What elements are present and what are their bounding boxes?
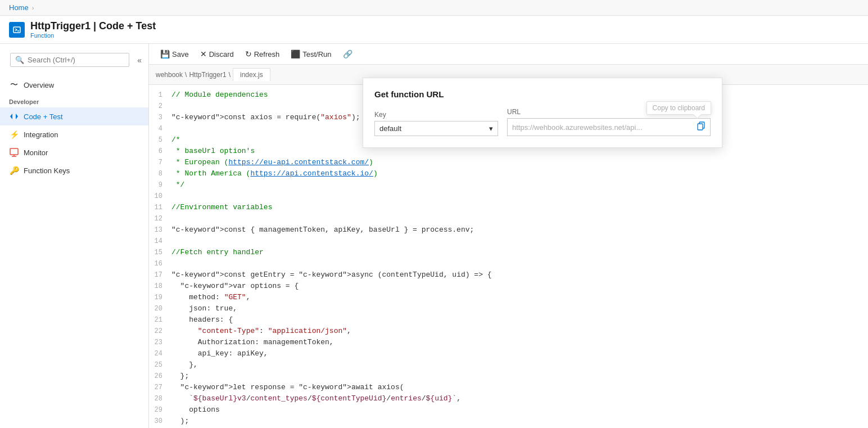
path-part-1: wehbook [156, 71, 183, 79]
line-number: 2 [149, 101, 171, 111]
get-url-icon: 🔗 [343, 49, 352, 58]
sidebar-item-code-test-label: Code + Test [24, 112, 63, 121]
get-function-url-button[interactable]: 🔗 [338, 47, 357, 61]
refresh-icon: ↻ [245, 49, 252, 58]
sidebar-item-function-keys[interactable]: 🔑 Function Keys [0, 161, 148, 179]
url-field: URL https://wehbook.azurewebsites.net/ap… [507, 108, 711, 136]
code-line: 25 }, [149, 359, 868, 371]
line-content: * European (https://eu-api.contentstack.… [171, 157, 868, 168]
content-panel: 💾 Save ✕ Discard ↻ Refresh ⬛ Test/Run 🔗 [149, 44, 868, 428]
code-line: 28 `${baseUrl}v3/content_types/${content… [149, 393, 868, 404]
app-icon [9, 22, 25, 38]
search-input[interactable] [28, 56, 124, 64]
page-subtitle: Function [30, 32, 156, 39]
code-line: 21 headers: { [149, 314, 868, 326]
sidebar-item-integration[interactable]: ⚡ Integration [0, 125, 148, 143]
line-number: 21 [149, 314, 171, 325]
integration-icon: ⚡ [9, 129, 19, 139]
line-number: 29 [149, 404, 171, 415]
refresh-button[interactable]: ↻ Refresh [241, 47, 284, 61]
code-line: 7 * European (https://eu-api.contentstac… [149, 157, 868, 168]
search-box[interactable]: 🔍 [10, 53, 129, 67]
sidebar-item-monitor[interactable]: Monitor [0, 143, 148, 161]
file-tab[interactable]: index.js [233, 68, 270, 81]
copy-to-clipboard-button[interactable] [697, 121, 706, 133]
line-content: //Fetch entry handler [171, 247, 868, 258]
sidebar-item-function-keys-label: Function Keys [24, 166, 70, 175]
line-content: options [171, 404, 868, 416]
url-input-wrap: https://wehbook.azurewebsites.net/api...… [507, 118, 711, 136]
line-number: 4 [149, 123, 171, 134]
path-part-2: HttpTrigger1 [189, 71, 226, 79]
developer-section-label: Developer [0, 94, 148, 107]
popup-title: Get function URL [374, 89, 711, 99]
line-number: 25 [149, 359, 171, 370]
code-test-icon [9, 111, 19, 121]
test-run-icon: ⬛ [291, 49, 300, 58]
code-line: 30 ); [149, 416, 868, 427]
line-number: 14 [149, 236, 171, 246]
path-sep-2: \ [229, 71, 230, 79]
code-line: 16 [149, 258, 868, 269]
line-number: 11 [149, 202, 171, 213]
code-line: 14 [149, 236, 868, 247]
line-content: `${baseUrl}v3/content_types/${contentTyp… [171, 393, 868, 404]
main-layout: 🔍 « 〜 Overview Developer Code + Test ⚡ I… [0, 44, 868, 428]
line-content [171, 213, 868, 224]
discard-button[interactable]: ✕ Discard [196, 47, 238, 61]
key-label: Key [374, 111, 498, 119]
line-number: 28 [149, 393, 171, 404]
code-line: 19 method: "GET", [149, 292, 868, 303]
sidebar-item-monitor-label: Monitor [24, 148, 48, 157]
line-content: "c-keyword">let response = "c-keyword">a… [171, 382, 868, 393]
line-content: }, [171, 359, 868, 371]
line-number: 9 [149, 179, 171, 190]
line-number: 24 [149, 348, 171, 359]
line-content: */ [171, 179, 868, 191]
sidebar: 🔍 « 〜 Overview Developer Code + Test ⚡ I… [0, 44, 149, 428]
code-line: 13"c-keyword">const { managementToken, a… [149, 224, 868, 236]
collapse-sidebar-button[interactable]: « [135, 55, 144, 66]
sidebar-item-overview[interactable]: 〜 Overview [0, 76, 148, 94]
line-number: 3 [149, 112, 171, 123]
copy-tooltip: Copy to clipboard [647, 101, 711, 115]
line-number: 20 [149, 303, 171, 314]
code-line: 18 "c-keyword">var options = { [149, 281, 868, 292]
line-content: "c-keyword">const { managementToken, api… [171, 224, 868, 236]
code-line: 23 Authorization: managementToken, [149, 337, 868, 348]
line-content: //Environment variables [171, 202, 868, 213]
page-header: HttpTrigger1 | Code + Test Function [0, 16, 868, 44]
code-line: 24 api_key: apiKey, [149, 348, 868, 359]
line-content [171, 191, 868, 202]
file-tab-label: index.js [240, 71, 263, 79]
line-content: "c-keyword">const getEntry = "c-keyword"… [171, 269, 868, 281]
svg-rect-3 [698, 124, 703, 130]
code-line: 12 [149, 213, 868, 224]
line-content [171, 236, 868, 247]
line-content: * North America (https://api.contentstac… [171, 168, 868, 179]
line-number: 8 [149, 168, 171, 179]
overview-icon: 〜 [9, 80, 19, 90]
page-title: HttpTrigger1 | Code + Test [30, 20, 156, 32]
popup-fields: Key default ▾ URL https://wehbook.azurew… [374, 108, 711, 136]
key-select-value: default [379, 124, 401, 133]
line-number: 10 [149, 191, 171, 201]
key-select-chevron: ▾ [489, 124, 493, 133]
line-number: 19 [149, 292, 171, 303]
monitor-icon [9, 147, 19, 157]
line-number: 26 [149, 371, 171, 381]
test-run-button[interactable]: ⬛ Test/Run [286, 47, 336, 61]
breadcrumb-home[interactable]: Home [9, 3, 29, 12]
file-breadcrumb: wehbook \ HttpTrigger1 \ index.js [156, 65, 272, 84]
sidebar-item-overview-label: Overview [24, 81, 54, 89]
title-block: HttpTrigger1 | Code + Test Function [30, 20, 156, 39]
line-content: "content-Type": "application/json", [171, 326, 868, 337]
line-content: api_key: apiKey, [171, 348, 868, 359]
line-number: 30 [149, 416, 171, 426]
line-content: method: "GET", [171, 292, 868, 303]
save-button[interactable]: 💾 Save [156, 47, 193, 61]
key-select[interactable]: default ▾ [374, 121, 498, 136]
url-value: https://wehbook.azurewebsites.net/api... [512, 123, 693, 132]
code-line: 29 options [149, 404, 868, 416]
sidebar-item-code-test[interactable]: Code + Test [0, 107, 148, 125]
